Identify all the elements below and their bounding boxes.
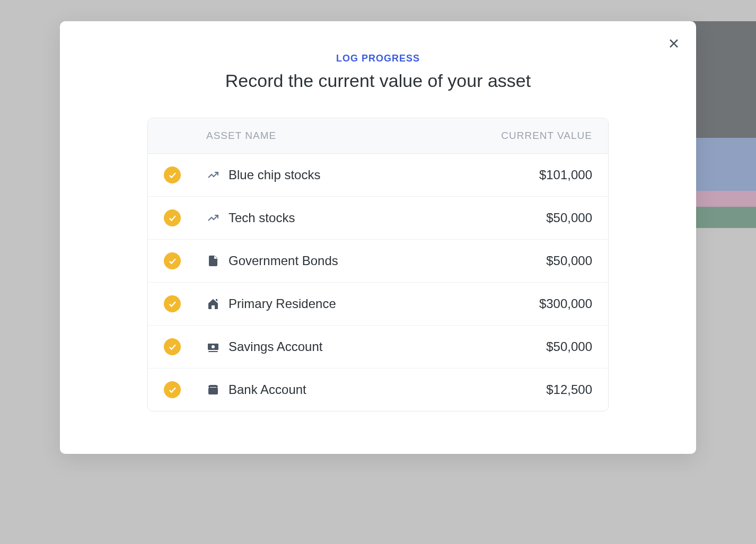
svg-rect-4: [208, 351, 218, 352]
status-done-badge: [164, 295, 181, 312]
svg-rect-5: [208, 388, 218, 394]
check-icon: [168, 385, 177, 394]
table-row[interactable]: Savings Account $50,000: [148, 326, 608, 368]
trending-up-icon: [206, 211, 220, 225]
name-cell: Tech stocks: [196, 210, 454, 225]
check-icon: [168, 256, 177, 266]
asset-table: ASSET NAME CURRENT VALUE Blue chip stock…: [147, 118, 609, 411]
wallet-icon: [206, 383, 220, 397]
asset-name: Blue chip stocks: [228, 168, 320, 182]
status-done-badge: [164, 381, 181, 398]
column-header-value: CURRENT VALUE: [454, 130, 592, 142]
document-icon: [206, 254, 220, 268]
asset-name: Primary Residence: [228, 296, 336, 311]
cash-icon: [206, 340, 220, 354]
asset-value: $300,000: [454, 296, 592, 311]
status-done-badge: [164, 338, 181, 355]
asset-name: Tech stocks: [228, 210, 295, 225]
status-cell: [164, 209, 196, 226]
table-row[interactable]: Bank Account $12,500: [148, 368, 608, 411]
name-cell: Savings Account: [196, 339, 454, 354]
log-progress-modal: LOG PROGRESS Record the current value of…: [60, 21, 696, 454]
name-cell: Primary Residence: [196, 296, 454, 311]
status-cell: [164, 166, 196, 183]
name-cell: Government Bonds: [196, 253, 454, 268]
table-row[interactable]: Primary Residence $300,000: [148, 283, 608, 326]
modal-title: Record the current value of your asset: [81, 71, 675, 91]
name-cell: Blue chip stocks: [196, 168, 454, 182]
table-row[interactable]: Tech stocks $50,000: [148, 197, 608, 240]
name-cell: Bank Account: [196, 382, 454, 397]
asset-value: $12,500: [454, 382, 592, 397]
check-icon: [168, 299, 177, 309]
close-button[interactable]: [666, 36, 681, 51]
trending-up-icon: [206, 168, 220, 182]
asset-value: $50,000: [454, 210, 592, 225]
asset-value: $50,000: [454, 253, 592, 268]
status-done-badge: [164, 209, 181, 226]
status-cell: [164, 338, 196, 355]
asset-name: Bank Account: [228, 382, 306, 397]
modal-overlay: LOG PROGRESS Record the current value of…: [0, 0, 756, 544]
check-icon: [168, 170, 177, 180]
asset-name: Savings Account: [228, 339, 322, 354]
svg-point-3: [212, 345, 215, 348]
status-cell: [164, 295, 196, 312]
modal-header: LOG PROGRESS Record the current value of…: [81, 53, 675, 91]
table-header: ASSET NAME CURRENT VALUE: [148, 118, 608, 154]
asset-name: Government Bonds: [228, 253, 338, 268]
asset-value: $101,000: [454, 168, 592, 182]
home-icon: [206, 297, 220, 311]
svg-rect-6: [208, 385, 218, 387]
close-icon: [667, 37, 680, 50]
status-done-badge: [164, 252, 181, 269]
check-icon: [168, 342, 177, 352]
asset-value: $50,000: [454, 339, 592, 354]
status-cell: [164, 381, 196, 398]
table-row[interactable]: Government Bonds $50,000: [148, 240, 608, 283]
status-cell: [164, 252, 196, 269]
column-header-name: ASSET NAME: [196, 130, 454, 142]
modal-eyebrow: LOG PROGRESS: [81, 53, 675, 64]
check-icon: [168, 213, 177, 223]
status-done-badge: [164, 166, 181, 183]
table-row[interactable]: Blue chip stocks $101,000: [148, 154, 608, 197]
